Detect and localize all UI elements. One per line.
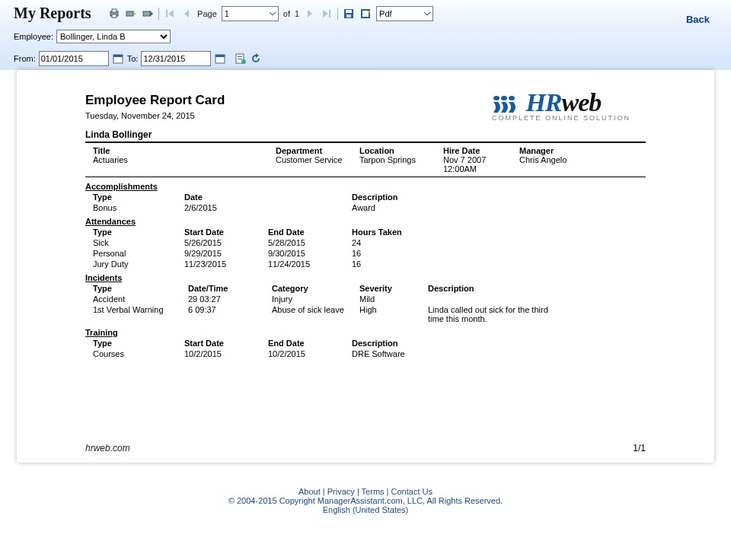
svg-rect-17 bbox=[362, 11, 369, 17]
info-header-mgr: Manager bbox=[519, 146, 641, 155]
info-header-dept: Department bbox=[276, 146, 359, 155]
info-header-title: Title bbox=[93, 146, 184, 155]
svg-rect-12 bbox=[329, 10, 330, 18]
toolbar-area: My Reports Page of 1 Back Employee: Boll… bbox=[0, 0, 731, 70]
from-label: From: bbox=[14, 54, 36, 63]
employee-label: Employee: bbox=[14, 32, 53, 41]
next-page-icon[interactable] bbox=[304, 8, 316, 20]
footer-pagenum: 1/1 bbox=[633, 443, 646, 453]
section-incidents: Incidents bbox=[85, 273, 646, 282]
brand-logo: HRweb COMPLETE ONLINE SOLUTION bbox=[492, 88, 630, 122]
svg-rect-22 bbox=[215, 55, 225, 57]
svg-point-27 bbox=[493, 96, 500, 100]
svg-rect-15 bbox=[346, 14, 351, 18]
svg-marker-10 bbox=[308, 10, 312, 18]
to-date-input[interactable] bbox=[141, 51, 211, 66]
svg-point-28 bbox=[501, 96, 507, 100]
svg-rect-7 bbox=[166, 10, 168, 18]
calendar-to-icon[interactable] bbox=[214, 52, 226, 65]
to-label: To: bbox=[127, 54, 139, 63]
filter-row: Employee: Bollinger, Linda B bbox=[14, 30, 717, 43]
svg-point-29 bbox=[509, 96, 515, 100]
report-page: HRweb COMPLETE ONLINE SOLUTION Employee … bbox=[17, 70, 714, 463]
employee-name: Linda Bollinger bbox=[85, 129, 646, 143]
page-label: Page bbox=[197, 9, 217, 18]
svg-marker-8 bbox=[168, 10, 174, 18]
svg-marker-9 bbox=[184, 10, 189, 18]
page-title: My Reports bbox=[14, 5, 91, 21]
footer-about[interactable]: About bbox=[298, 487, 321, 496]
svg-marker-6 bbox=[150, 11, 153, 17]
print-icon[interactable] bbox=[108, 8, 120, 20]
refresh-icon[interactable] bbox=[250, 52, 262, 65]
save-icon[interactable] bbox=[343, 8, 355, 20]
from-date-input[interactable] bbox=[39, 51, 109, 66]
footer-contact[interactable]: Contact Us bbox=[391, 487, 433, 496]
svg-marker-11 bbox=[323, 10, 328, 18]
date-filter-row: From: To: bbox=[14, 51, 717, 66]
print-now-icon[interactable] bbox=[142, 8, 154, 20]
section-attendances: Attendances bbox=[85, 217, 646, 226]
section-training: Training bbox=[85, 328, 646, 337]
print-layout-icon[interactable] bbox=[125, 8, 137, 20]
svg-point-26 bbox=[241, 59, 246, 64]
report-toolbar: Page of 1 bbox=[108, 6, 433, 21]
section-accomplishments: Accomplishments bbox=[85, 182, 646, 191]
svg-rect-5 bbox=[143, 11, 150, 16]
svg-rect-2 bbox=[112, 14, 117, 18]
footer-terms[interactable]: Terms bbox=[362, 487, 385, 496]
footer-copyright: © 2004-2015 Copyright ManagerAssistant.c… bbox=[228, 496, 503, 505]
prev-page-icon[interactable] bbox=[180, 8, 193, 20]
run-report-icon[interactable] bbox=[235, 52, 247, 65]
svg-rect-20 bbox=[113, 55, 123, 57]
total-pages: 1 bbox=[295, 9, 299, 18]
employee-select[interactable]: Bollinger, Linda B bbox=[56, 30, 171, 43]
back-link[interactable]: Back bbox=[686, 14, 710, 25]
footer-privacy[interactable]: Privacy bbox=[327, 487, 355, 496]
page-number-input[interactable] bbox=[222, 6, 279, 21]
svg-rect-25 bbox=[238, 59, 242, 59]
svg-rect-14 bbox=[346, 10, 352, 13]
info-header-loc: Location bbox=[359, 146, 443, 155]
info-header-hire: Hire Date bbox=[443, 146, 519, 155]
svg-rect-1 bbox=[112, 9, 117, 12]
svg-rect-3 bbox=[126, 11, 133, 16]
last-page-icon[interactable] bbox=[321, 8, 333, 20]
svg-marker-4 bbox=[134, 12, 136, 15]
of-label: of bbox=[283, 9, 290, 18]
footer-locale: English (United States) bbox=[323, 505, 409, 514]
first-page-icon[interactable] bbox=[164, 8, 176, 20]
page-footer: About | Privacy | Terms | Contact Us © 2… bbox=[0, 487, 731, 514]
export-format-select[interactable] bbox=[376, 6, 433, 21]
new-window-icon[interactable] bbox=[359, 8, 372, 20]
svg-rect-24 bbox=[238, 56, 242, 57]
calendar-from-icon[interactable] bbox=[112, 52, 124, 65]
footer-site: hrweb.com bbox=[85, 443, 130, 453]
